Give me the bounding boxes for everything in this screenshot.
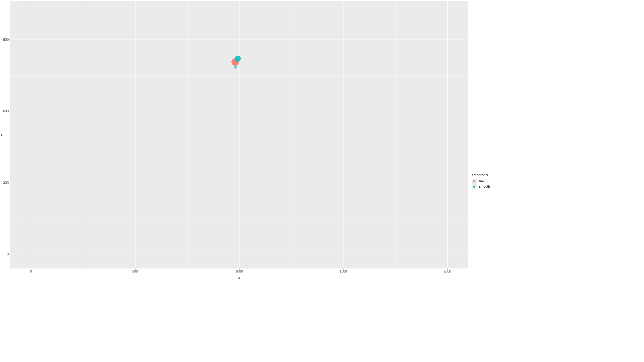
gridline-v [395, 1, 396, 268]
x-tick-label: 500 [132, 269, 138, 273]
y-tick-label: 300 [0, 181, 9, 184]
legend-item-raw: raw [472, 179, 490, 184]
legend-dot-icon [473, 186, 475, 188]
x-tick-label: 1500 [339, 269, 347, 273]
gridline-h [10, 290, 468, 290]
gridline-v [135, 1, 136, 268]
x-tick-mark [447, 268, 448, 269]
legend-item-smooth: smooth [472, 184, 490, 189]
gridline-v [187, 1, 187, 268]
legend-label: raw [479, 179, 484, 183]
chart-container: x y smoothed rawsmooth 03006009000500100… [0, 0, 644, 362]
gridline-v [343, 1, 343, 268]
legend: smoothed rawsmooth [472, 0, 490, 362]
x-tick-mark [135, 268, 136, 269]
x-tick-mark [31, 268, 31, 269]
gridline-v [31, 1, 31, 268]
legend-label: smooth [479, 185, 490, 188]
x-axis-title: x [10, 276, 468, 280]
gridline-v [239, 1, 239, 268]
y-tick-label: 600 [0, 109, 9, 113]
plot-panel [10, 1, 468, 268]
y-tick-mark [9, 40, 10, 40]
y-tick-mark [9, 254, 10, 254]
data-point-smooth [235, 56, 241, 62]
y-tick-mark [9, 183, 10, 183]
gridline-v [291, 1, 291, 268]
x-tick-label: 1000 [235, 269, 243, 273]
x-tick-mark [343, 268, 343, 269]
legend-key [472, 179, 477, 184]
data-point-smooth [234, 65, 237, 69]
y-tick-label: 0 [0, 252, 9, 256]
gridline-v [83, 1, 83, 268]
y-tick-label: 900 [0, 38, 9, 41]
legend-dot-icon [473, 180, 475, 182]
legend-title: smoothed [472, 173, 490, 177]
y-axis-title: y [0, 1, 3, 268]
x-tick-label: 2000 [444, 269, 451, 273]
x-tick-label: 0 [30, 269, 32, 273]
gridline-v [447, 1, 448, 268]
x-tick-mark [239, 268, 239, 269]
y-tick-mark [9, 111, 10, 111]
legend-key [472, 184, 477, 189]
